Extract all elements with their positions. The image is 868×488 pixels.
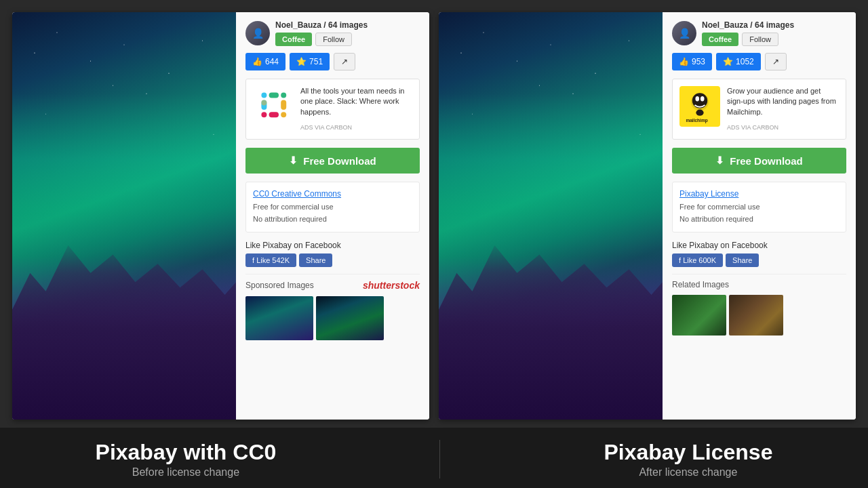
right-fb-like-button[interactable]: f Like 600K <box>672 253 723 267</box>
star-icon: ⭐ <box>296 57 307 66</box>
right-user-header: 👤 Noel_Bauza / 64 images Coffee Follow <box>672 20 846 46</box>
right-likes-count: 953 <box>692 57 705 66</box>
left-stars-button[interactable]: ⭐ 751 <box>290 53 330 70</box>
right-download-icon: ⬇ <box>715 155 724 167</box>
left-user-info: Noel_Bauza / 64 images Coffee Follow <box>275 20 420 46</box>
left-stars-count: 751 <box>309 57 323 66</box>
right-related-label: Related Images <box>672 280 846 289</box>
right-caption-subtitle: After license change <box>604 466 772 479</box>
right-user-info: Noel_Bauza / 64 images Coffee Follow <box>702 20 846 46</box>
right-ads-via: ADS VIA CARBON <box>727 124 778 131</box>
left-license-line2: No attribution required <box>253 215 327 223</box>
left-action-buttons: 👍 644 ⭐ 751 ↗ <box>245 53 420 70</box>
right-stars-count: 1052 <box>736 57 754 66</box>
left-coffee-button[interactable]: Coffee <box>275 33 312 46</box>
slack-logo-icon <box>257 88 290 125</box>
svg-rect-3 <box>281 92 286 98</box>
right-license-text: Free for commercial use No attribution r… <box>679 201 839 225</box>
right-coffee-button[interactable]: Coffee <box>702 33 738 46</box>
svg-text:mailchimp: mailchimp <box>686 119 707 124</box>
mailchimp-text: mailchimp <box>681 86 719 126</box>
right-stars-button[interactable]: ⭐ 1052 <box>716 53 761 70</box>
right-fb-icon: f <box>679 256 681 264</box>
left-ad-description: All the tools your team needs in one pla… <box>300 86 412 117</box>
left-download-button[interactable]: ⬇ Free Download <box>245 148 420 174</box>
mailchimp-logo-icon: mailchimp <box>679 86 720 127</box>
left-fb-like-button[interactable]: f Like 542K <box>245 253 296 267</box>
shutterstock-logo: shutterstock <box>363 280 420 291</box>
right-license-link[interactable]: Pixabay License <box>679 189 839 199</box>
left-panel: 👤 Noel_Bauza / 64 images Coffee Follow <box>12 12 429 420</box>
thumbs-up-icon: 👍 <box>252 57 262 66</box>
svg-point-11 <box>692 94 707 108</box>
left-ads-via: ADS VIA CARBON <box>300 124 352 131</box>
left-license-line1: Free for commercial use <box>253 203 334 211</box>
right-license-section: Pixabay License Free for commercial use … <box>672 182 846 232</box>
caption-divider <box>439 440 440 479</box>
svg-rect-7 <box>261 112 267 117</box>
screenshots-row: 👤 Noel_Bauza / 64 images Coffee Follow <box>0 0 868 428</box>
left-likes-button[interactable]: 👍 644 <box>245 53 285 70</box>
right-download-label: Free Download <box>730 155 803 167</box>
download-icon: ⬇ <box>289 155 298 167</box>
left-follow-button[interactable]: Follow <box>315 33 352 46</box>
left-fb-like-label: Like 542K <box>256 256 290 264</box>
right-thumbs-up-icon: 👍 <box>679 57 689 66</box>
left-share-button[interactable]: ↗ <box>334 53 355 70</box>
svg-rect-8 <box>261 100 267 105</box>
left-sponsored-img-1[interactable] <box>245 296 313 340</box>
svg-point-14 <box>696 110 703 116</box>
right-username: Noel_Bauza / 64 images <box>702 20 846 30</box>
right-related-img-1[interactable] <box>672 295 726 336</box>
right-likes-button[interactable]: 👍 953 <box>672 53 712 70</box>
left-avatar: 👤 <box>245 21 270 45</box>
left-sponsored-header: Sponsored Images shutterstock <box>245 280 420 291</box>
right-caption: Pixabay License After license change <box>604 440 772 479</box>
left-image-section <box>12 12 236 420</box>
right-follow-button[interactable]: Follow <box>742 33 778 46</box>
left-license-section: CC0 Creative Commons Free for commercial… <box>245 182 420 232</box>
left-info-content: 👤 Noel_Bauza / 64 images Coffee Follow <box>236 12 429 420</box>
left-likes-count: 644 <box>265 57 279 66</box>
svg-point-13 <box>701 96 705 101</box>
right-panel: 👤 Noel_Bauza / 64 images Coffee Follow <box>439 12 856 420</box>
right-caption-title: Pixabay License <box>604 440 772 465</box>
left-sponsored-img-2[interactable] <box>316 296 384 340</box>
right-download-button[interactable]: ⬇ Free Download <box>672 148 846 174</box>
svg-point-12 <box>695 96 699 101</box>
left-sponsored-images <box>245 296 420 340</box>
left-user-header: 👤 Noel_Bauza / 64 images Coffee Follow <box>245 20 420 46</box>
right-ad-text: Grow your audience and get sign-ups with… <box>727 86 839 132</box>
caption-bar: Pixabay with CC0 Before license change P… <box>0 428 868 488</box>
right-facebook-section: Like Pixabay on Facebook f Like 600K Sha… <box>672 241 846 267</box>
right-related-img-2[interactable] <box>729 295 783 336</box>
right-star-icon: ⭐ <box>723 57 733 66</box>
svg-rect-1 <box>261 92 267 98</box>
left-info-section: 👤 Noel_Bauza / 64 images Coffee Follow <box>236 12 429 420</box>
left-ad-text: All the tools your team needs in one pla… <box>300 86 412 132</box>
right-avatar-inner: 👤 <box>672 21 696 45</box>
left-ad-section: All the tools your team needs in one pla… <box>245 79 420 140</box>
right-ad-logo: mailchimp <box>679 86 720 127</box>
left-fb-buttons: f Like 542K Share <box>245 253 420 267</box>
left-caption: Pixabay with CC0 Before license change <box>96 440 277 479</box>
right-share-icon: ↗ <box>772 57 779 66</box>
right-license-line1: Free for commercial use <box>679 203 760 211</box>
right-ad-description: Grow your audience and get sign-ups with… <box>727 86 839 117</box>
right-image-section <box>439 12 663 420</box>
right-info-content: 👤 Noel_Bauza / 64 images Coffee Follow <box>663 12 856 420</box>
right-fb-share-button[interactable]: Share <box>726 253 759 267</box>
right-share-button[interactable]: ↗ <box>765 53 787 70</box>
left-download-label: Free Download <box>303 155 376 167</box>
right-license-line2: No attribution required <box>679 215 753 223</box>
left-fb-share-button[interactable]: Share <box>299 253 332 267</box>
left-license-link[interactable]: CC0 Creative Commons <box>253 189 412 199</box>
main-container: 👤 Noel_Bauza / 64 images Coffee Follow <box>0 0 868 488</box>
right-ad-section: mailchimp Grow your audience and get sig… <box>672 79 846 140</box>
svg-rect-2 <box>269 92 279 98</box>
left-facebook-section: Like Pixabay on Facebook f Like 542K Sha… <box>245 241 420 267</box>
left-fb-label: Like Pixabay on Facebook <box>245 241 420 250</box>
right-user-actions: Coffee Follow <box>702 33 846 46</box>
right-fb-buttons: f Like 600K Share <box>672 253 846 267</box>
left-caption-subtitle: Before license change <box>96 466 277 479</box>
